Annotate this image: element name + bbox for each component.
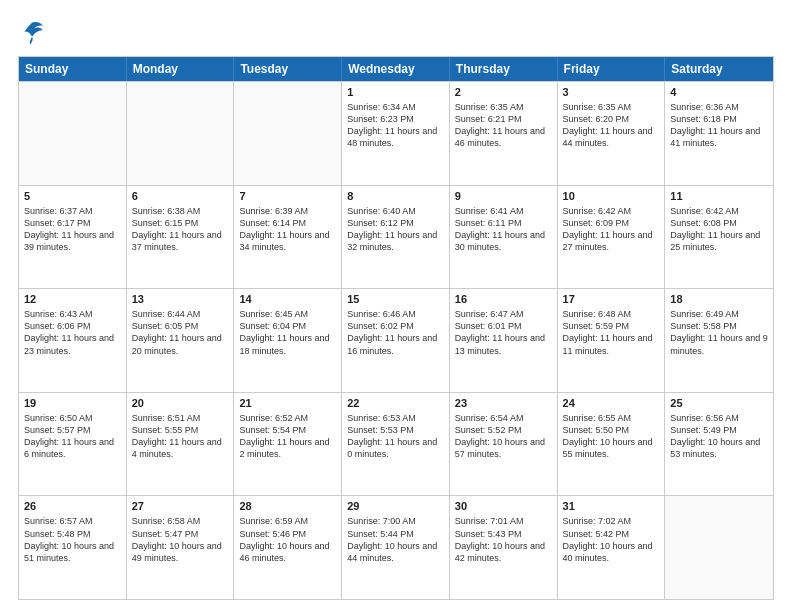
- day-number: 15: [347, 293, 444, 305]
- cal-cell-day-12: 12Sunrise: 6:43 AM Sunset: 6:06 PM Dayli…: [19, 289, 127, 392]
- header-day-wednesday: Wednesday: [342, 57, 450, 81]
- day-info: Sunrise: 6:43 AM Sunset: 6:06 PM Dayligh…: [24, 308, 121, 357]
- cal-cell-day-22: 22Sunrise: 6:53 AM Sunset: 5:53 PM Dayli…: [342, 393, 450, 496]
- header-day-friday: Friday: [558, 57, 666, 81]
- day-info: Sunrise: 6:39 AM Sunset: 6:14 PM Dayligh…: [239, 205, 336, 254]
- day-number: 31: [563, 500, 660, 512]
- day-number: 22: [347, 397, 444, 409]
- day-info: Sunrise: 6:59 AM Sunset: 5:46 PM Dayligh…: [239, 515, 336, 564]
- header-day-saturday: Saturday: [665, 57, 773, 81]
- day-info: Sunrise: 6:34 AM Sunset: 6:23 PM Dayligh…: [347, 101, 444, 150]
- cal-cell-day-23: 23Sunrise: 6:54 AM Sunset: 5:52 PM Dayli…: [450, 393, 558, 496]
- day-info: Sunrise: 6:56 AM Sunset: 5:49 PM Dayligh…: [670, 412, 768, 461]
- day-number: 5: [24, 190, 121, 202]
- cal-cell-empty: [127, 82, 235, 185]
- header-day-tuesday: Tuesday: [234, 57, 342, 81]
- day-number: 2: [455, 86, 552, 98]
- cal-cell-day-26: 26Sunrise: 6:57 AM Sunset: 5:48 PM Dayli…: [19, 496, 127, 599]
- day-info: Sunrise: 6:37 AM Sunset: 6:17 PM Dayligh…: [24, 205, 121, 254]
- day-number: 18: [670, 293, 768, 305]
- cal-cell-day-29: 29Sunrise: 7:00 AM Sunset: 5:44 PM Dayli…: [342, 496, 450, 599]
- cal-cell-day-18: 18Sunrise: 6:49 AM Sunset: 5:58 PM Dayli…: [665, 289, 773, 392]
- day-info: Sunrise: 6:51 AM Sunset: 5:55 PM Dayligh…: [132, 412, 229, 461]
- cal-cell-day-20: 20Sunrise: 6:51 AM Sunset: 5:55 PM Dayli…: [127, 393, 235, 496]
- day-number: 30: [455, 500, 552, 512]
- day-info: Sunrise: 6:50 AM Sunset: 5:57 PM Dayligh…: [24, 412, 121, 461]
- cal-row-0: 1Sunrise: 6:34 AM Sunset: 6:23 PM Daylig…: [19, 81, 773, 185]
- cal-cell-empty: [665, 496, 773, 599]
- calendar: SundayMondayTuesdayWednesdayThursdayFrid…: [18, 56, 774, 600]
- day-number: 12: [24, 293, 121, 305]
- day-info: Sunrise: 6:48 AM Sunset: 5:59 PM Dayligh…: [563, 308, 660, 357]
- cal-row-2: 12Sunrise: 6:43 AM Sunset: 6:06 PM Dayli…: [19, 288, 773, 392]
- cal-cell-day-6: 6Sunrise: 6:38 AM Sunset: 6:15 PM Daylig…: [127, 186, 235, 289]
- page: SundayMondayTuesdayWednesdayThursdayFrid…: [0, 0, 792, 612]
- cal-cell-day-3: 3Sunrise: 6:35 AM Sunset: 6:20 PM Daylig…: [558, 82, 666, 185]
- day-number: 25: [670, 397, 768, 409]
- day-info: Sunrise: 6:57 AM Sunset: 5:48 PM Dayligh…: [24, 515, 121, 564]
- day-info: Sunrise: 6:46 AM Sunset: 6:02 PM Dayligh…: [347, 308, 444, 357]
- day-number: 27: [132, 500, 229, 512]
- day-number: 17: [563, 293, 660, 305]
- cal-row-1: 5Sunrise: 6:37 AM Sunset: 6:17 PM Daylig…: [19, 185, 773, 289]
- day-info: Sunrise: 6:40 AM Sunset: 6:12 PM Dayligh…: [347, 205, 444, 254]
- day-info: Sunrise: 6:44 AM Sunset: 6:05 PM Dayligh…: [132, 308, 229, 357]
- day-number: 29: [347, 500, 444, 512]
- day-info: Sunrise: 6:45 AM Sunset: 6:04 PM Dayligh…: [239, 308, 336, 357]
- cal-cell-day-17: 17Sunrise: 6:48 AM Sunset: 5:59 PM Dayli…: [558, 289, 666, 392]
- header-day-monday: Monday: [127, 57, 235, 81]
- day-number: 26: [24, 500, 121, 512]
- cal-cell-day-25: 25Sunrise: 6:56 AM Sunset: 5:49 PM Dayli…: [665, 393, 773, 496]
- cal-cell-day-15: 15Sunrise: 6:46 AM Sunset: 6:02 PM Dayli…: [342, 289, 450, 392]
- header-day-thursday: Thursday: [450, 57, 558, 81]
- day-info: Sunrise: 6:58 AM Sunset: 5:47 PM Dayligh…: [132, 515, 229, 564]
- day-info: Sunrise: 6:41 AM Sunset: 6:11 PM Dayligh…: [455, 205, 552, 254]
- day-number: 16: [455, 293, 552, 305]
- day-number: 9: [455, 190, 552, 202]
- day-number: 4: [670, 86, 768, 98]
- day-info: Sunrise: 7:01 AM Sunset: 5:43 PM Dayligh…: [455, 515, 552, 564]
- header: [18, 18, 774, 46]
- day-number: 19: [24, 397, 121, 409]
- cal-cell-day-11: 11Sunrise: 6:42 AM Sunset: 6:08 PM Dayli…: [665, 186, 773, 289]
- cal-cell-day-31: 31Sunrise: 7:02 AM Sunset: 5:42 PM Dayli…: [558, 496, 666, 599]
- cal-cell-day-21: 21Sunrise: 6:52 AM Sunset: 5:54 PM Dayli…: [234, 393, 342, 496]
- day-number: 20: [132, 397, 229, 409]
- day-info: Sunrise: 6:52 AM Sunset: 5:54 PM Dayligh…: [239, 412, 336, 461]
- day-info: Sunrise: 6:36 AM Sunset: 6:18 PM Dayligh…: [670, 101, 768, 150]
- header-day-sunday: Sunday: [19, 57, 127, 81]
- cal-cell-day-19: 19Sunrise: 6:50 AM Sunset: 5:57 PM Dayli…: [19, 393, 127, 496]
- day-number: 24: [563, 397, 660, 409]
- day-number: 3: [563, 86, 660, 98]
- cal-cell-day-4: 4Sunrise: 6:36 AM Sunset: 6:18 PM Daylig…: [665, 82, 773, 185]
- day-number: 11: [670, 190, 768, 202]
- cal-cell-day-30: 30Sunrise: 7:01 AM Sunset: 5:43 PM Dayli…: [450, 496, 558, 599]
- day-info: Sunrise: 6:55 AM Sunset: 5:50 PM Dayligh…: [563, 412, 660, 461]
- day-number: 28: [239, 500, 336, 512]
- day-info: Sunrise: 7:00 AM Sunset: 5:44 PM Dayligh…: [347, 515, 444, 564]
- cal-cell-day-1: 1Sunrise: 6:34 AM Sunset: 6:23 PM Daylig…: [342, 82, 450, 185]
- day-number: 6: [132, 190, 229, 202]
- day-number: 13: [132, 293, 229, 305]
- day-info: Sunrise: 6:35 AM Sunset: 6:20 PM Dayligh…: [563, 101, 660, 150]
- day-number: 21: [239, 397, 336, 409]
- cal-cell-day-8: 8Sunrise: 6:40 AM Sunset: 6:12 PM Daylig…: [342, 186, 450, 289]
- cal-cell-day-28: 28Sunrise: 6:59 AM Sunset: 5:46 PM Dayli…: [234, 496, 342, 599]
- cal-cell-day-16: 16Sunrise: 6:47 AM Sunset: 6:01 PM Dayli…: [450, 289, 558, 392]
- calendar-header: SundayMondayTuesdayWednesdayThursdayFrid…: [19, 57, 773, 81]
- cal-cell-day-2: 2Sunrise: 6:35 AM Sunset: 6:21 PM Daylig…: [450, 82, 558, 185]
- cal-cell-day-24: 24Sunrise: 6:55 AM Sunset: 5:50 PM Dayli…: [558, 393, 666, 496]
- day-number: 1: [347, 86, 444, 98]
- calendar-body: 1Sunrise: 6:34 AM Sunset: 6:23 PM Daylig…: [19, 81, 773, 599]
- cal-row-4: 26Sunrise: 6:57 AM Sunset: 5:48 PM Dayli…: [19, 495, 773, 599]
- day-info: Sunrise: 6:54 AM Sunset: 5:52 PM Dayligh…: [455, 412, 552, 461]
- cal-cell-day-14: 14Sunrise: 6:45 AM Sunset: 6:04 PM Dayli…: [234, 289, 342, 392]
- cal-cell-day-27: 27Sunrise: 6:58 AM Sunset: 5:47 PM Dayli…: [127, 496, 235, 599]
- cal-cell-day-9: 9Sunrise: 6:41 AM Sunset: 6:11 PM Daylig…: [450, 186, 558, 289]
- day-number: 7: [239, 190, 336, 202]
- day-info: Sunrise: 6:38 AM Sunset: 6:15 PM Dayligh…: [132, 205, 229, 254]
- logo: [18, 18, 50, 46]
- day-info: Sunrise: 7:02 AM Sunset: 5:42 PM Dayligh…: [563, 515, 660, 564]
- day-info: Sunrise: 6:42 AM Sunset: 6:09 PM Dayligh…: [563, 205, 660, 254]
- cal-cell-empty: [19, 82, 127, 185]
